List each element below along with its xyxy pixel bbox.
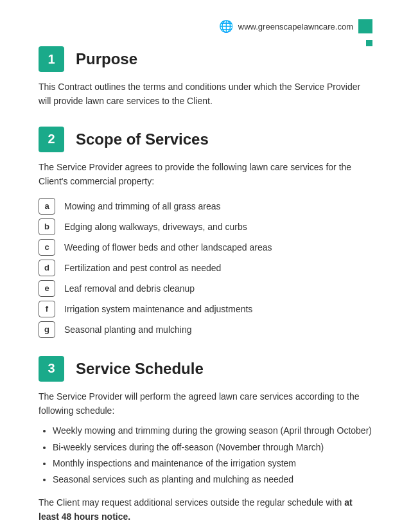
service-item-text: Seasonal planting and mulching bbox=[64, 324, 191, 335]
globe-icon: 🌐 bbox=[219, 19, 233, 33]
service-item: aMowing and trimming of all grass areas bbox=[39, 198, 372, 215]
service-list: aMowing and trimming of all grass areasb… bbox=[39, 198, 372, 338]
service-item-badge: c bbox=[39, 239, 55, 256]
section-number-1: 1 bbox=[39, 46, 64, 72]
section-scope: 2 Scope of Services The Service Provider… bbox=[39, 127, 372, 338]
section-schedule: 3 Service Schedule The Service Provider … bbox=[39, 356, 372, 524]
page: 🌐 www.greenscapelawncare.com 1 Purpose T… bbox=[0, 0, 411, 532]
schedule-note-plain: The Client may request additional servic… bbox=[39, 497, 344, 508]
section-purpose-header: 1 Purpose bbox=[39, 46, 372, 72]
section-scope-header: 2 Scope of Services bbox=[39, 127, 372, 152]
service-item-badge: e bbox=[39, 280, 55, 297]
service-item: eLeaf removal and debris cleanup bbox=[39, 280, 372, 297]
service-item-text: Leaf removal and debris cleanup bbox=[64, 283, 195, 294]
section-schedule-header: 3 Service Schedule bbox=[39, 356, 372, 382]
schedule-list-item: Weekly mowing and trimming during the gr… bbox=[53, 423, 372, 439]
service-item-text: Fertilization and pest control as needed bbox=[64, 263, 221, 273]
section-number-3: 3 bbox=[39, 356, 64, 382]
schedule-list-item: Seasonal services such as planting and m… bbox=[53, 472, 372, 488]
service-item-text: Edging along walkways, driveways, and cu… bbox=[64, 222, 247, 232]
teal-square-header bbox=[358, 19, 372, 33]
service-item-text: Irrigation system maintenance and adjust… bbox=[64, 304, 252, 314]
website-url: www.greenscapelawncare.com bbox=[238, 22, 353, 31]
schedule-intro: The Service Provider will perform the ag… bbox=[39, 389, 372, 418]
service-item: dFertilization and pest control as neede… bbox=[39, 260, 372, 276]
service-item: fIrrigation system maintenance and adjus… bbox=[39, 301, 372, 317]
section-purpose: 1 Purpose This Contract outlines the ter… bbox=[39, 46, 372, 109]
service-item-text: Mowing and trimming of all grass areas bbox=[64, 201, 221, 211]
header: 🌐 www.greenscapelawncare.com bbox=[39, 19, 372, 33]
section-number-2: 2 bbox=[39, 127, 64, 152]
schedule-note: The Client may request additional servic… bbox=[39, 495, 372, 524]
service-item-badge: d bbox=[39, 260, 55, 276]
section-title-purpose: Purpose bbox=[76, 50, 137, 68]
service-item: bEdging along walkways, driveways, and c… bbox=[39, 218, 372, 235]
service-item-badge: a bbox=[39, 198, 55, 215]
schedule-list-item: Monthly inspections and maintenance of t… bbox=[53, 456, 372, 472]
schedule-list-item: Bi-weekly services during the off-season… bbox=[53, 439, 372, 456]
deco-small-square-tr bbox=[366, 40, 372, 46]
schedule-list: Weekly mowing and trimming during the gr… bbox=[39, 423, 372, 488]
service-item-badge: b bbox=[39, 218, 55, 235]
service-item-text: Weeding of flower beds and other landsca… bbox=[64, 242, 272, 253]
service-item-badge: f bbox=[39, 301, 55, 317]
section-purpose-body: This Contract outlines the terms and con… bbox=[39, 80, 372, 109]
service-item-badge: g bbox=[39, 321, 55, 338]
service-item: cWeeding of flower beds and other landsc… bbox=[39, 239, 372, 256]
section-title-scope: Scope of Services bbox=[76, 130, 209, 148]
section-title-schedule: Service Schedule bbox=[76, 360, 204, 378]
section-scope-intro: The Service Provider agrees to provide t… bbox=[39, 160, 372, 189]
service-item: gSeasonal planting and mulching bbox=[39, 321, 372, 338]
